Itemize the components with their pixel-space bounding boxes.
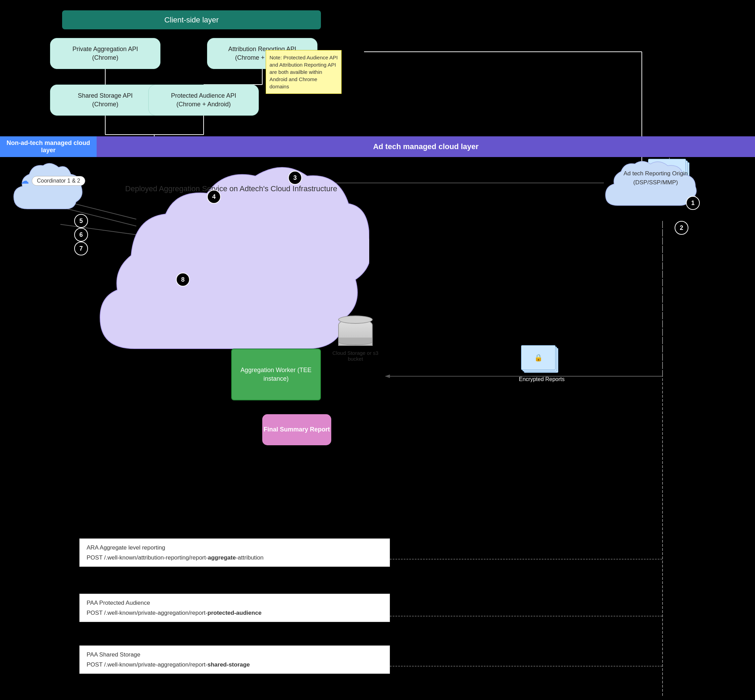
shared-storage-api-box: Shared Storage API(Chrome) — [50, 84, 161, 116]
aggregation-worker-box: Aggregation Worker (TEE instance) — [231, 348, 321, 400]
step-7-circle: 7 — [74, 242, 88, 255]
coordinator-icon: ☁ — [21, 176, 29, 186]
deployed-service-label: Deployed Aggregation Service on Adtech's… — [125, 183, 337, 194]
step-6-circle: 6 — [74, 228, 88, 242]
non-adtech-layer-banner: Non-ad-tech managed cloud layer — [0, 136, 97, 157]
cylinder-icon — [338, 318, 373, 346]
note-box: Note: Protected Audience API and Attribu… — [266, 50, 342, 94]
main-cloud: Deployed Aggregation Service on Adtech's… — [93, 148, 369, 373]
svg-marker-27 — [385, 375, 390, 378]
coordinator-cloud: ☁ Coordinator 1 & 2 — [10, 157, 86, 219]
step-8-circle: 8 — [176, 273, 190, 286]
protected-audience-api-box: Protected Audience API(Chrome + Android) — [148, 84, 259, 116]
private-aggregation-api-box: Private Aggregation API(Chrome) — [50, 38, 161, 69]
paa-shared-box: PAA Shared Storage POST /.well-known/pri… — [80, 645, 390, 674]
paa-audience-box: PAA Protected Audience POST /.well-known… — [80, 594, 390, 622]
ara-box: ARA Aggregate level reporting POST /.wel… — [80, 539, 390, 567]
step-2-circle: 2 — [675, 221, 688, 235]
step-4-circle: 4 — [207, 190, 221, 204]
coordinator-cloud-svg — [10, 157, 86, 219]
diagram-container: Client-side layer Private Aggregation AP… — [0, 0, 755, 700]
client-layer-banner: Client-side layer — [62, 10, 321, 29]
step-1-circle: 1 — [686, 196, 700, 210]
final-summary-report: Final Summary Report — [262, 414, 331, 445]
cloud-storage-box: Cloud Storage or s3 bucket — [328, 317, 383, 362]
encrypted-reports-mid: 🔒 Encrypted Reports — [511, 345, 573, 383]
step-5-circle: 5 — [74, 214, 88, 228]
step-3-circle: 3 — [288, 171, 302, 185]
